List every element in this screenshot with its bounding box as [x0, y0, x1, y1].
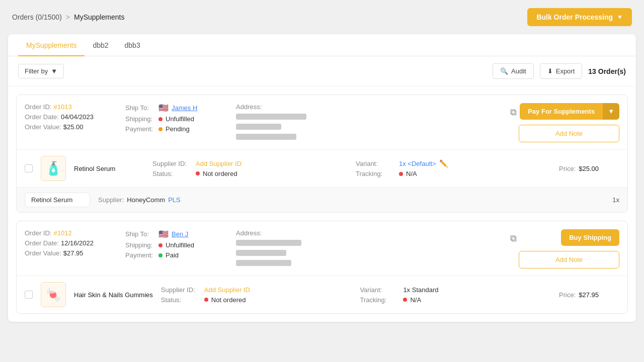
address-line2-1013 [236, 124, 281, 130]
main-card: MySupplements dbb2 dbb3 Filter by ▼ 🔍 Au… [8, 34, 636, 322]
add-supplier-id-link-1012-0[interactable]: Add Supplier ID [204, 286, 250, 294]
ship-section-1013: Ship To: 🇺🇸 James H Shipping: Unfulfille… [125, 103, 236, 133]
tab-dbb3[interactable]: dbb3 [117, 34, 148, 56]
supplier-info-label: Supplier: [98, 196, 124, 204]
payment-status-1013: Pending [166, 125, 190, 133]
order-date-label-1012: Order Date: [25, 239, 59, 247]
breadcrumb-parent[interactable]: Orders (0/1500) [12, 13, 62, 21]
status-value-1012-0: Not ordered [211, 296, 246, 304]
top-bar: Orders (0/1500) > MySupplements Bulk Ord… [0, 0, 644, 34]
order-id-label: Order ID: [25, 103, 51, 111]
tracking-dot-1013-0 [399, 172, 403, 176]
copy-address-button-1012[interactable]: ⧉ [508, 231, 519, 246]
export-label: Export [556, 67, 575, 75]
copy-address-button-1013[interactable]: ⧉ [508, 105, 519, 120]
address-line1-1012 [236, 240, 301, 246]
edit-variant-icon-1013-0[interactable]: ✏️ [439, 159, 448, 167]
bulk-order-button[interactable]: Bulk Order Processing ▼ [527, 8, 632, 26]
order-date-label-1013: Order Date: [25, 113, 59, 121]
variant-value-1012-0: 1x Standard [403, 286, 438, 294]
product-row-1013-0: 🧴 Retinol Serum Supplier ID: Add Supplie… [17, 149, 627, 187]
add-note-button-1012[interactable]: Add Note [519, 251, 619, 268]
product-name-1012-0: Hair Skin & Nails Gummies [74, 291, 153, 299]
order-meta-1013: Order ID: #1013 Order Date: 04/04/2023 O… [25, 103, 125, 131]
payment-label-1013: Payment: [125, 125, 155, 133]
supplier-name-box-1013-0: Retinol Serum [25, 193, 90, 207]
order-value-1013: $25.00 [63, 123, 84, 131]
product-checkbox-1013-0[interactable] [25, 164, 33, 172]
order-value-label-1012: Order Value: [25, 249, 61, 257]
tab-mysupplements[interactable]: MySupplements [18, 34, 85, 56]
product-name-1013-0: Retinol Serum [74, 165, 144, 172]
shipping-label-1013: Shipping: [125, 115, 155, 123]
tracking-value-1012-0: N/A [410, 296, 421, 304]
pay-for-supplements-button[interactable]: Pay For Supplements [520, 103, 603, 120]
breadcrumb: Orders (0/1500) > MySupplements [12, 13, 124, 21]
address-line2-1012 [236, 250, 286, 256]
order-actions-1012: Buy Shipping Add Note [519, 229, 619, 268]
address-line3-1012 [236, 260, 291, 266]
variant-value-1013-0: 1x <Default> [399, 160, 436, 167]
filter-by-label: Filter by [25, 67, 48, 75]
tracking-label-1012-0: Tracking: [360, 296, 400, 304]
orders-list: Order ID: #1013 Order Date: 04/04/2023 O… [8, 86, 636, 322]
product-variant-1013-0: Variant: 1x <Default> ✏️ Tracking: N/A [356, 159, 551, 177]
chevron-down-icon: ▼ [617, 14, 623, 21]
buy-shipping-button[interactable]: Buy Shipping [561, 229, 619, 246]
supplier-qty-1013-0: 1x [612, 196, 619, 204]
breadcrumb-separator: > [66, 13, 70, 21]
add-note-button-1013[interactable]: Add Note [519, 125, 619, 142]
product-checkbox-1012-0[interactable] [25, 291, 33, 299]
filter-chevron-icon: ▼ [51, 67, 57, 75]
product-details-1012-0: Supplier ID: Add Supplier ID Status: Not… [161, 286, 352, 304]
supplier-row-1013-0: Retinol Serum Supplier: HoneyComm PLS 1x [17, 187, 627, 212]
status-label-1013-0: Status: [152, 170, 193, 177]
product-image-1012-0: 🍬 [41, 282, 66, 307]
tab-dbb2[interactable]: dbb2 [85, 34, 116, 56]
order-header-1012: Order ID: #1012 Order Date: 12/16/2022 O… [17, 221, 627, 276]
order-actions-1013: Pay For Supplements ▼ Add Note [519, 103, 619, 142]
ship-to-label-1013: Ship To: [125, 104, 155, 112]
order-value-label-1013: Order Value: [25, 123, 61, 131]
audit-label: Audit [511, 67, 526, 75]
address-section-1013: Address: [236, 103, 504, 141]
address-label-1013: Address: [236, 103, 504, 111]
product-row-1012-0: 🍬 Hair Skin & Nails Gummies Supplier ID:… [17, 276, 627, 313]
search-icon: 🔍 [500, 67, 508, 75]
tracking-dot-1012-0 [403, 298, 407, 302]
tabs-bar: MySupplements dbb2 dbb3 [8, 34, 636, 56]
order-card-1012: Order ID: #1012 Order Date: 12/16/2022 O… [16, 221, 628, 314]
filter-by-button[interactable]: Filter by ▼ [18, 64, 64, 78]
breadcrumb-current: MySupplements [74, 13, 124, 21]
ship-to-label-1012: Ship To: [125, 230, 155, 238]
export-button[interactable]: ⬇ Export [540, 63, 583, 79]
order-date-1012: 12/16/2022 [61, 239, 94, 247]
tracking-value-1013-0: N/A [406, 170, 417, 177]
customer-link-1012[interactable]: Ben J [172, 230, 188, 238]
price-value-1013-0: $25.00 [579, 165, 599, 172]
pay-btn-dropdown-1013[interactable]: ▼ [603, 103, 619, 120]
audit-button[interactable]: 🔍 Audit [493, 63, 534, 79]
order-value-1012: $27.95 [63, 249, 84, 257]
pay-btn-group-1013: Pay For Supplements ▼ [520, 103, 619, 120]
shipping-status-1012: Unfulfilled [166, 241, 194, 249]
order-id-link-1013[interactable]: #1013 [53, 103, 71, 111]
bulk-order-label: Bulk Order Processing [536, 13, 613, 21]
order-count: 13 Order(s) [588, 67, 626, 75]
supplier-id-label-1013-0: Supplier ID: [152, 160, 193, 167]
status-dot-1013-0 [196, 171, 200, 175]
variant-label-1013-0: Variant: [356, 160, 396, 167]
order-id-link-1012[interactable]: #1012 [53, 229, 71, 237]
supplier-link-1013-0[interactable]: PLS [168, 196, 181, 204]
address-line3-1013 [236, 134, 296, 140]
product-image-1013-0: 🧴 [41, 156, 66, 181]
add-supplier-id-link-1013-0[interactable]: Add Supplier ID [196, 160, 242, 167]
address-line1-1013 [236, 114, 306, 120]
payment-status-dot-1013 [158, 127, 163, 131]
address-label-1012: Address: [236, 229, 504, 237]
filter-right: 🔍 Audit ⬇ Export 13 Order(s) [493, 63, 626, 79]
price-label-1012-0: Price: [559, 291, 576, 299]
shipping-label-1012: Shipping: [125, 241, 155, 249]
customer-link-1013[interactable]: James H [172, 104, 197, 112]
product-details-1013-0: Supplier ID: Add Supplier ID Status: Not… [152, 160, 348, 177]
